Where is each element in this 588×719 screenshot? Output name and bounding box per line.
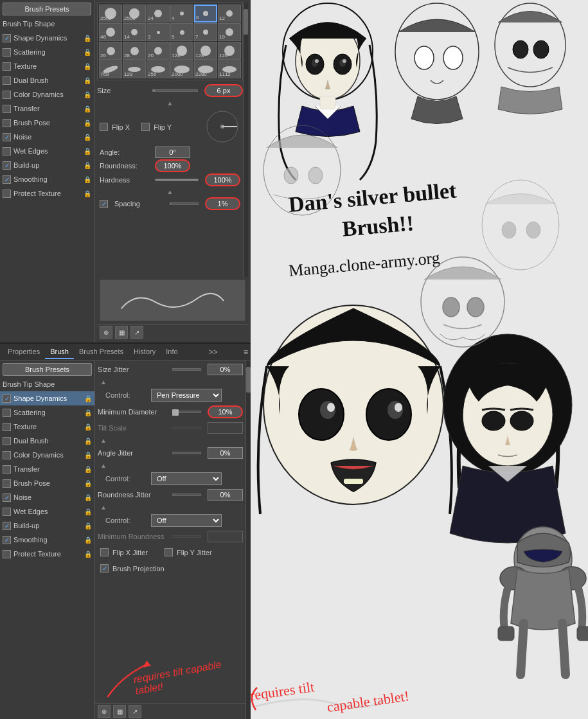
- dual-brush-checkbox-top[interactable]: [3, 76, 11, 85]
- scroll-down-arrow-mid[interactable]: ▲: [167, 188, 174, 195]
- tab-info[interactable]: Info: [161, 345, 183, 359]
- flip-x-checkbox[interactable]: [100, 123, 108, 131]
- sidebar-item-protect-texture-bot[interactable]: Protect Texture 🔒: [0, 547, 94, 561]
- size-jitter-value[interactable]: [208, 364, 243, 375]
- buildup-checkbox-bot[interactable]: [3, 522, 11, 530]
- brush-tip-1112[interactable]: 1112: [218, 60, 241, 78]
- brush-tip-scrollbar[interactable]: [243, 3, 248, 277]
- wet-edges-checkbox-bot[interactable]: [3, 508, 11, 516]
- brush-tip-128-3[interactable]: 128: [218, 42, 241, 60]
- angle-value-input[interactable]: [155, 146, 190, 158]
- sidebar-item-smoothing-bot[interactable]: Smoothing 🔒: [0, 533, 94, 547]
- sidebar-item-brush-pose-bot[interactable]: Brush Pose 🔒: [0, 476, 94, 490]
- sidebar-item-shape-dynamics-bot[interactable]: Shape Dynamics 🔒: [0, 391, 94, 405]
- brush-tip-19[interactable]: 19: [218, 23, 241, 41]
- tab-brush-presets[interactable]: Brush Presets: [74, 345, 129, 359]
- flip-y-checkbox[interactable]: [141, 123, 150, 131]
- tab-menu-icon[interactable]: ≡: [244, 348, 248, 357]
- brush-tip-2280[interactable]: 2280: [194, 60, 217, 78]
- angle-control-dropdown[interactable]: Off Pen Pressure Pen Tilt: [151, 472, 222, 485]
- sidebar-item-color-dynamics-bot[interactable]: Color Dynamics 🔒: [0, 448, 94, 462]
- brush-tip-2000[interactable]: 2000: [170, 60, 193, 78]
- sidebar-item-protect-texture-top[interactable]: Protect Texture 🔒: [0, 186, 94, 200]
- tab-brush[interactable]: Brush: [45, 345, 74, 359]
- sidebar-item-scattering-bot[interactable]: Scattering 🔒: [0, 405, 94, 420]
- scroll-arrow-sd3[interactable]: ▲: [100, 462, 107, 469]
- scroll-arrow-sd[interactable]: ▲: [100, 378, 107, 386]
- brush-tip-46[interactable]: 46: [99, 23, 122, 41]
- min-diameter-value[interactable]: [208, 405, 243, 418]
- brush-tip-24[interactable]: 24: [147, 4, 170, 22]
- sidebar-item-dual-brush-bot[interactable]: Dual Brush 🔒: [0, 434, 94, 448]
- tab-expand-icon[interactable]: >>: [209, 348, 218, 357]
- brush-tip-2500-1[interactable]: 2500: [99, 4, 122, 22]
- brush-tip-128-2[interactable]: 128: [194, 42, 217, 60]
- brush-tip-20[interactable]: 20: [147, 42, 170, 60]
- sidebar-item-noise-bot[interactable]: Noise 🔒: [0, 490, 94, 504]
- brush-tip-6[interactable]: 6: [194, 4, 217, 22]
- color-dynamics-checkbox-bot[interactable]: [3, 451, 11, 459]
- sidebar-item-color-dynamics-top[interactable]: Color Dynamics 🔒: [0, 87, 94, 102]
- buildup-checkbox-top[interactable]: [3, 161, 11, 170]
- dual-brush-checkbox-bot[interactable]: [3, 437, 11, 445]
- noise-checkbox-bot[interactable]: [3, 493, 11, 502]
- shape-dynamics-checkbox-top[interactable]: [3, 34, 11, 42]
- icon-1[interactable]: ⊗: [100, 326, 112, 339]
- scroll-arrow-sd2[interactable]: ▲: [100, 437, 107, 444]
- sidebar-item-buildup-top[interactable]: Build-up 🔒: [0, 158, 94, 172]
- scattering-checkbox-top[interactable]: [3, 48, 11, 57]
- transfer-checkbox-top[interactable]: [3, 105, 11, 113]
- sidebar-item-dual-brush-top[interactable]: Dual Brush 🔒: [0, 73, 94, 87]
- sidebar-item-noise-top[interactable]: Noise 🔒: [0, 130, 94, 144]
- sidebar-item-brush-pose-top[interactable]: Brush Pose 🔒: [0, 116, 94, 130]
- texture-checkbox-bot[interactable]: [3, 423, 11, 431]
- transfer-checkbox-bot[interactable]: [3, 465, 11, 474]
- sidebar-item-transfer-top[interactable]: Transfer 🔒: [0, 102, 94, 116]
- brush-tip-2500-2[interactable]: 2500: [123, 4, 146, 22]
- sidebar-item-wet-edges-top[interactable]: Wet Edges 🔒: [0, 144, 94, 158]
- brush-tip-4[interactable]: 4: [170, 4, 193, 22]
- brush-tip-128-4[interactable]: 128: [123, 60, 146, 78]
- hardness-value-input[interactable]: [205, 173, 240, 186]
- color-dynamics-checkbox-top[interactable]: [3, 91, 11, 99]
- protect-texture-checkbox-bot[interactable]: [3, 550, 11, 558]
- size-control-dropdown[interactable]: Pen Pressure Off Fade Pen Tilt Stylus Wh…: [151, 389, 222, 402]
- brush-tip-256[interactable]: 256: [147, 60, 170, 78]
- tab-history[interactable]: History: [129, 345, 161, 359]
- roundness-jitter-value[interactable]: [208, 489, 243, 501]
- bottom-icon-1[interactable]: ⊗: [98, 705, 111, 718]
- smoothing-checkbox-bot[interactable]: [3, 536, 11, 544]
- spacing-checkbox[interactable]: ✓: [100, 200, 108, 208]
- brush-tip-768[interactable]: 768: [99, 60, 122, 78]
- brush-pose-checkbox-top[interactable]: [3, 119, 11, 127]
- bottom-panel-scrollbar[interactable]: [245, 360, 251, 719]
- spacing-value-input[interactable]: [205, 197, 240, 210]
- size-value-input[interactable]: [204, 84, 243, 97]
- angle-jitter-value[interactable]: [208, 447, 243, 459]
- bottom-icon-3[interactable]: ↗: [129, 705, 141, 718]
- top-brush-presets-button[interactable]: Brush Presets: [3, 3, 91, 15]
- bottom-brush-presets-button[interactable]: Brush Presets: [3, 363, 92, 376]
- flip-x-jitter-checkbox[interactable]: [100, 548, 109, 556]
- sidebar-item-brush-tip-shape[interactable]: Brush Tip Shape: [0, 17, 94, 31]
- brush-tip-12[interactable]: 12: [218, 4, 241, 22]
- smoothing-checkbox-top[interactable]: [3, 175, 11, 184]
- brush-tip-7[interactable]: 7: [194, 23, 217, 41]
- brush-projection-checkbox[interactable]: ✓: [100, 564, 109, 573]
- flip-y-jitter-checkbox[interactable]: [165, 548, 173, 556]
- brush-pose-checkbox-bot[interactable]: [3, 479, 11, 488]
- roundness-control-dropdown[interactable]: Off Pen Pressure: [151, 514, 222, 527]
- noise-checkbox-top[interactable]: [3, 133, 11, 141]
- scroll-up-arrow[interactable]: ▲: [167, 100, 174, 107]
- brush-tip-26[interactable]: 26: [99, 42, 122, 60]
- protect-texture-checkbox-top[interactable]: [3, 190, 11, 198]
- bottom-icon-2[interactable]: ▦: [113, 705, 126, 718]
- tab-properties[interactable]: Properties: [3, 345, 45, 359]
- brush-tip-5[interactable]: 5: [170, 23, 193, 41]
- texture-checkbox-top[interactable]: [3, 62, 11, 71]
- sidebar-item-texture-top[interactable]: Texture 🔒: [0, 59, 94, 73]
- sidebar-item-wet-edges-bot[interactable]: Wet Edges 🔒: [0, 504, 94, 519]
- icon-2[interactable]: ▦: [115, 326, 128, 339]
- sidebar-item-buildup-bot[interactable]: Build-up 🔒: [0, 519, 94, 533]
- sidebar-item-brush-tip-shape-bot[interactable]: Brush Tip Shape: [0, 377, 94, 391]
